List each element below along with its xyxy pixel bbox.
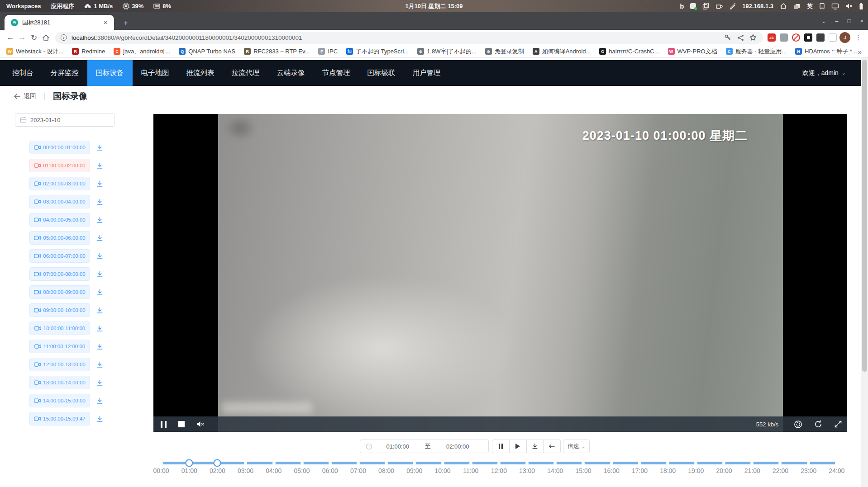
record-download-button[interactable] (96, 162, 103, 169)
tab-search-button[interactable]: ⌄ (821, 18, 826, 24)
bookmark-item[interactable]: N HDAtmos :: 种子 *... (795, 47, 857, 56)
share-icon[interactable] (735, 32, 746, 43)
record-download-button[interactable] (96, 199, 103, 205)
tab-close-button[interactable]: × (101, 19, 110, 27)
record-chip[interactable]: 10:00:00-11:00:00 (29, 322, 90, 335)
extension-tampermonkey[interactable] (804, 33, 812, 42)
time-range-picker[interactable]: 01:00:00 至 02:00:00 (360, 440, 489, 453)
window-minimize-button[interactable]: – (835, 18, 838, 24)
record-download-button[interactable] (96, 217, 103, 223)
app-nav-tab[interactable]: 云端录像 (268, 60, 314, 86)
play-button[interactable] (510, 440, 527, 453)
snapshot-shutter-icon[interactable] (794, 420, 802, 429)
display-tray-icon[interactable] (831, 3, 839, 9)
pause-button[interactable] (492, 440, 510, 453)
record-download-button[interactable] (96, 416, 103, 422)
bookmark-item[interactable]: C 服务器 - 轻量应用... (726, 47, 787, 56)
app-nav-tab[interactable]: 拉流代理 (223, 60, 268, 86)
ip-address-indicator[interactable]: 192.168.1.3 (742, 3, 773, 9)
start-time-input[interactable]: 01:00:00 (372, 443, 423, 450)
video-surface[interactable]: 2023-01-10 01:00:00 星期二 (218, 114, 783, 432)
date-picker[interactable] (15, 113, 114, 127)
bookmark-item[interactable]: G hairrrrr/C-CrashC... (599, 48, 659, 55)
bookmark-item[interactable]: C java、android可... (114, 47, 170, 56)
extension-js[interactable]: JS (768, 33, 776, 42)
bookmark-item[interactable]: ⊕ 1.8W字|了不起的... (417, 47, 477, 56)
app-nav-tab[interactable]: 分屏监控 (42, 60, 87, 86)
back-button[interactable]: ← (5, 32, 16, 43)
extension-adblock[interactable] (792, 33, 800, 42)
record-chip[interactable]: 04:00:00-05:00:00 (29, 213, 90, 227)
bookmark-item[interactable]: F IPC (318, 48, 338, 55)
app-nav-tab[interactable]: 推流列表 (178, 60, 223, 86)
timeline-handle[interactable] (214, 459, 221, 467)
record-download-button[interactable] (96, 361, 103, 368)
new-tab-button[interactable]: + (120, 18, 131, 28)
record-download-button[interactable] (96, 180, 103, 187)
record-chip[interactable]: 08:00:00-09:00:00 (29, 285, 90, 299)
record-chip[interactable]: 01:00:00-02:00:00 (29, 159, 90, 172)
reload-button[interactable]: ↻ (28, 32, 40, 43)
record-chip[interactable]: 03:00:00-04:00:00 (29, 195, 90, 208)
bookmark-item[interactable]: R RFC2833 – RTP Ev... (244, 48, 310, 55)
user-menu[interactable]: 欢迎，admin ⌄ (802, 60, 846, 86)
record-chip[interactable]: 06:00:00-07:00:00 (29, 249, 90, 263)
record-download-button[interactable] (96, 325, 103, 332)
pen-tray-icon[interactable] (729, 3, 736, 9)
record-download-button[interactable] (96, 397, 103, 404)
refresh-icon[interactable] (814, 420, 822, 428)
record-download-button[interactable] (96, 307, 103, 314)
player-mute-icon[interactable] (196, 421, 205, 427)
player-stop-button[interactable] (178, 421, 185, 427)
record-download-button[interactable] (96, 235, 103, 241)
record-download-button[interactable] (96, 379, 103, 386)
page-scrollbar[interactable] (861, 58, 868, 487)
windows-tray-icon[interactable] (793, 3, 801, 9)
record-download-button[interactable] (96, 343, 103, 350)
app-nav-tab[interactable]: 电子地图 (133, 60, 178, 86)
clipboard-tray-icon[interactable] (702, 3, 709, 9)
record-download-button[interactable] (96, 253, 103, 260)
record-chip[interactable]: 14:00:00-15:00:00 (29, 394, 90, 407)
coffee-tray-icon[interactable] (715, 3, 723, 9)
record-chip[interactable]: 07:00:00-08:00:00 (29, 267, 90, 281)
bookmark-item[interactable]: W Webstack - 设计... (6, 47, 63, 56)
record-chip[interactable]: 02:00:00-03:00:00 (29, 177, 90, 190)
record-chip[interactable]: 00:00:00-01:00:00 (29, 141, 90, 154)
window-maximize-button[interactable]: □ (848, 18, 851, 24)
chat-app-tray-icon[interactable] (690, 3, 696, 9)
volume-muted-tray-icon[interactable] (845, 3, 853, 9)
bookmark-item[interactable]: A 如何编译Android... (533, 47, 591, 56)
back-link[interactable]: 返回 (14, 92, 36, 100)
record-download-button[interactable] (96, 289, 103, 296)
extension-page[interactable] (829, 33, 837, 42)
browser-menu-button[interactable]: ⋮ (852, 33, 864, 42)
battery-tray-icon[interactable] (859, 3, 863, 10)
scrollbar-thumb[interactable] (862, 60, 867, 372)
window-close-button[interactable]: × (860, 18, 863, 24)
bing-tray-icon[interactable]: b (680, 2, 684, 10)
record-chip[interactable]: 13:00:00-14:00:00 (29, 376, 90, 389)
bookmark-item[interactable]: R Redmine (72, 48, 105, 55)
home-button[interactable] (40, 32, 52, 43)
bookmarks-overflow-button[interactable]: » (858, 48, 862, 56)
record-chip[interactable]: 15:00:00-15:09:47 (29, 412, 90, 426)
timeline-handle[interactable] (186, 459, 193, 467)
site-info-icon[interactable]: i (61, 34, 67, 41)
date-input[interactable] (30, 117, 98, 123)
bookmark-item[interactable]: W WVP-PRO文档 (668, 47, 717, 56)
bookmark-item[interactable]: Q QNAP Turbo NAS (179, 48, 235, 55)
extensions-puzzle-icon[interactable] (816, 33, 825, 42)
input-method-indicator[interactable]: 英 (807, 2, 813, 10)
record-chip[interactable]: 09:00:00-10:00:00 (29, 303, 90, 317)
record-chip[interactable]: 12:00:00-13:00:00 (29, 358, 90, 371)
home-tray-icon[interactable] (780, 3, 787, 9)
address-bar[interactable]: i localhost:38080/#/gbRecordDetail/34020… (55, 32, 763, 44)
app-nav-tab[interactable]: 用户管理 (404, 60, 449, 86)
end-time-input[interactable]: 02:00:00 (433, 443, 483, 450)
browser-tab[interactable]: W 国标28181 × (5, 15, 114, 30)
record-download-button[interactable] (96, 144, 103, 151)
app-nav-tab[interactable]: 国标级联 (359, 60, 404, 86)
download-button[interactable] (527, 440, 544, 453)
app-nav-tab[interactable]: 控制台 (4, 60, 42, 86)
